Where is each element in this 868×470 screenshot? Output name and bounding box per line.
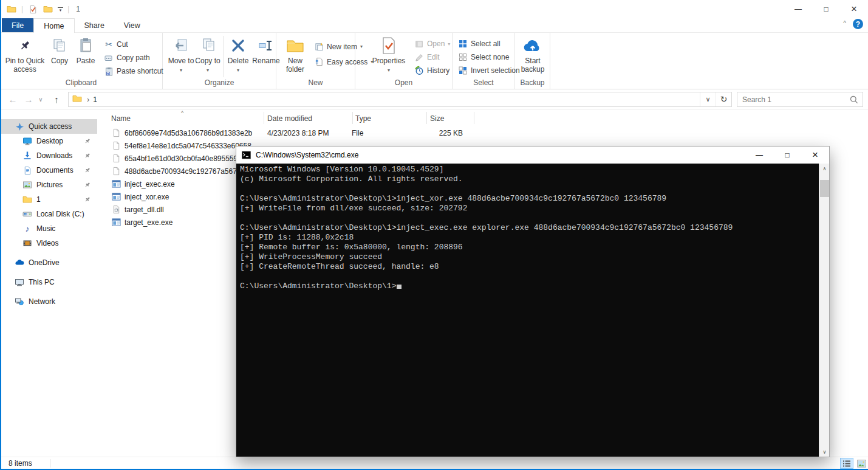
recent-locations-icon[interactable]: ∨ — [35, 89, 46, 109]
sidebar-item-videos[interactable]: Videos — [0, 236, 97, 251]
collapse-ribbon-icon[interactable]: ^ — [843, 20, 846, 27]
group-label: Select — [453, 78, 514, 87]
cut-button[interactable]: ✂ Cut — [101, 38, 166, 51]
search-icon[interactable] — [850, 95, 858, 104]
column-header-type[interactable]: Type — [355, 114, 371, 123]
folder-icon[interactable] — [43, 4, 53, 15]
sidebar-item-local-disk-c[interactable]: Local Disk (C:) — [0, 207, 97, 221]
minimize-button[interactable]: — — [784, 0, 812, 18]
tab-view[interactable]: View — [114, 18, 150, 32]
select-none-button[interactable]: Select none — [455, 50, 523, 64]
close-button[interactable]: × — [840, 0, 868, 18]
cmd-close-button[interactable]: × — [801, 147, 829, 164]
refresh-icon[interactable]: ↻ — [716, 92, 731, 106]
button-label: New folder — [286, 57, 304, 74]
ribbon-group-open: Properties▾ Open ▾ Edit — [355, 33, 453, 89]
address-dropdown-icon[interactable]: ∨ — [700, 92, 716, 106]
folder-icon[interactable] — [6, 4, 17, 15]
cmd-title-bar[interactable]: C:\Windows\System32\cmd.exe — □ × — [236, 147, 829, 164]
move-to-button[interactable]: Move to ▾ — [168, 35, 194, 75]
dropdown-arrow-icon: ▾ — [388, 67, 390, 73]
pin-icon — [84, 152, 91, 159]
paste-shortcut-button[interactable]: Paste shortcut — [101, 64, 166, 78]
pin-icon — [84, 167, 91, 174]
delete-button[interactable]: Delete ▾ — [225, 35, 251, 75]
open-button[interactable]: Open ▾ — [411, 37, 453, 50]
cmd-minimize-button[interactable]: — — [745, 147, 773, 164]
column-header-date-modified[interactable]: Date modified — [267, 114, 312, 123]
divider[interactable] — [264, 112, 264, 124]
help-button[interactable]: ? — [853, 19, 863, 29]
sidebar-item-network[interactable]: Network — [0, 294, 97, 309]
scroll-down-icon[interactable]: ∨ — [819, 447, 830, 457]
pin-to-quick-access-button[interactable]: Pin to Quick access — [3, 35, 47, 74]
pin-icon — [84, 137, 91, 145]
separator: | — [21, 5, 23, 13]
sidebar-item-desktop[interactable]: Desktop — [0, 134, 97, 148]
sidebar-item-documents[interactable]: Documents — [0, 163, 97, 178]
back-button[interactable]: ← — [5, 89, 21, 109]
start-backup-button[interactable]: Start backup — [517, 35, 548, 74]
divider — [50, 459, 50, 468]
desktop-icon — [22, 136, 32, 146]
sidebar-item-music[interactable]: ♪ Music — [0, 221, 97, 236]
thumbnail-view-button[interactable] — [855, 458, 868, 469]
customize-toolbar-icon[interactable]: ▾ — [58, 7, 63, 12]
tab-home[interactable]: Home — [33, 18, 74, 33]
paste-icon — [78, 35, 93, 57]
breadcrumb-item[interactable]: 1 — [93, 95, 97, 104]
copy-path-button[interactable]: Copy path — [101, 51, 166, 64]
file-row[interactable]: 6bf86069e74d5d3a106786b9d1383e2b 4/23/20… — [97, 126, 868, 139]
sidebar-item-label: Local Disk (C:) — [36, 210, 84, 218]
edit-button[interactable]: Edit — [411, 50, 453, 64]
cmd-console-output[interactable]: Microsoft Windows [Version 10.0.19045.45… — [236, 164, 819, 457]
properties-button[interactable]: Properties▾ — [369, 35, 409, 75]
new-item-icon — [314, 42, 324, 52]
dropdown-arrow-icon: ▾ — [207, 67, 209, 73]
history-button[interactable]: History — [411, 64, 453, 77]
divider[interactable] — [474, 112, 474, 124]
sidebar-item-pictures[interactable]: Pictures — [0, 178, 97, 192]
breadcrumb[interactable]: › 1 ∨ ↻ — [68, 92, 732, 107]
sidebar-item-1[interactable]: 1 — [0, 192, 97, 207]
scroll-up-icon[interactable]: ∧ — [819, 164, 830, 173]
sidebar-item-label: Music — [36, 224, 55, 233]
sidebar-item-downloads[interactable]: Downloads — [0, 148, 97, 163]
rename-icon — [258, 35, 274, 57]
up-button[interactable]: ↑ — [49, 89, 64, 109]
console-prompt: C:\Users\Administrator\Desktop\1> — [240, 282, 396, 291]
paste-button[interactable]: Paste — [72, 35, 99, 65]
copy-button[interactable]: Copy — [47, 35, 72, 65]
new-folder-button[interactable]: New folder — [281, 35, 310, 74]
local-disk-icon — [22, 209, 32, 219]
cmd-window: C:\Windows\System32\cmd.exe — □ × Micros… — [236, 146, 830, 457]
console-line: C:\Users\Administrator\Desktop\1>inject_… — [240, 223, 819, 233]
column-header-name[interactable]: Name — [111, 114, 131, 123]
maximize-button[interactable]: □ — [812, 0, 840, 18]
divider[interactable] — [426, 112, 427, 124]
sidebar-item-label: OneDrive — [29, 258, 60, 267]
cmd-scrollbar[interactable]: ∧ ∨ — [819, 164, 829, 457]
properties-check-icon[interactable] — [27, 4, 38, 15]
sidebar-item-label: Desktop — [36, 137, 63, 145]
details-view-button[interactable] — [840, 458, 853, 469]
invert-selection-button[interactable]: Invert selection — [455, 64, 523, 77]
sidebar-item-quick-access[interactable]: Quick access — [0, 119, 97, 134]
button-label: Select none — [471, 53, 509, 61]
copy-to-button[interactable]: Copy to ▾ — [194, 35, 221, 75]
scrollbar-thumb[interactable] — [820, 180, 829, 197]
console-line: Microsoft Windows [Version 10.0.19045.45… — [240, 165, 819, 175]
divider[interactable] — [352, 112, 353, 124]
select-all-button[interactable]: Select all — [455, 37, 523, 50]
button-label: Invert selection — [471, 66, 520, 75]
console-line: [+] CreateRemoteThread succeed, handle: … — [240, 262, 819, 272]
tab-file[interactable]: File — [2, 18, 33, 32]
sidebar-item-onedrive[interactable]: OneDrive — [0, 255, 97, 270]
tab-share[interactable]: Share — [75, 18, 114, 32]
forward-button[interactable]: → — [21, 89, 36, 109]
sidebar-item-this-pc[interactable]: This PC — [0, 275, 97, 289]
cmd-maximize-button[interactable]: □ — [773, 147, 801, 164]
column-header-size[interactable]: Size — [430, 114, 444, 123]
search-input[interactable] — [737, 95, 850, 104]
console-line: [+] WriteFile from dll/exe succeed, size… — [240, 204, 819, 213]
